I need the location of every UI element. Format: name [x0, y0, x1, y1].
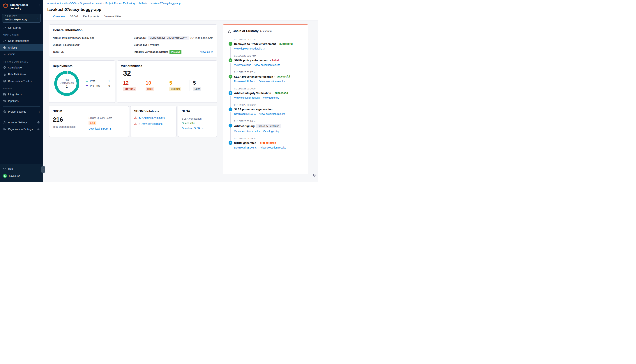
- severity-medium: 5 MEDIUM: [166, 80, 190, 91]
- integrations-icon: [3, 93, 6, 96]
- view-execution-results-link[interactable]: View execution results: [259, 80, 285, 83]
- breadcrumb-project[interactable]: Project: Product Exploratory: [106, 2, 135, 4]
- chevron-right-icon: ›: [37, 16, 38, 20]
- view-execution-results-link[interactable]: View execution results: [234, 130, 260, 133]
- sbom-total-dependencies: 216: [53, 116, 88, 123]
- legend-label: Prod: [90, 80, 96, 82]
- repository-icon: [3, 40, 6, 42]
- chain-of-custody-panel: Chain of Custody (7 events) 01/16/2025 0…: [223, 24, 308, 174]
- artifact-tags: v5: [61, 50, 64, 53]
- sidebar-item-integrations[interactable]: Integrations: [0, 91, 43, 98]
- sidebar-item-cicd[interactable]: ∞ CI/CD: [0, 51, 43, 58]
- tab-deployments[interactable]: Deployments: [83, 15, 100, 20]
- hexagon-icon: [3, 80, 6, 83]
- legend-label: Pre Prod: [90, 84, 100, 87]
- sidebar-divider: [3, 117, 40, 117]
- view-execution-results-link[interactable]: View execution results: [234, 96, 260, 99]
- sidebar-item-help[interactable]: Help: [0, 165, 43, 172]
- sidebar-item-label: Compliance: [8, 66, 22, 69]
- sidebar-section-supply-chain: SUPPLY CHAIN: [0, 31, 43, 38]
- sidebar-item-label: Project Settings: [8, 110, 26, 113]
- user-menu[interactable]: L Lavakush: [0, 172, 43, 180]
- sidebar-item-label: Help: [8, 167, 14, 170]
- download-icon: [254, 113, 256, 115]
- vulnerabilities-card: Vulnerabilities 32 12 CRITICAL 10 HIGH 5: [117, 60, 217, 103]
- pipeline-event-icon: [228, 42, 232, 46]
- event-timestamp: 01/16/2025 03:26pm: [234, 87, 304, 90]
- deployments-donut-chart: Total Deployments 1: [54, 71, 79, 96]
- sbom-violations-card: SBOM Violations 637 Allow list Violation…: [130, 106, 176, 137]
- main-area: Account: Automation-SSCA › Organization:…: [43, 0, 318, 182]
- high-label: HIGH: [146, 87, 154, 91]
- legend-item-prod: Prod 1: [86, 80, 110, 82]
- pipeline-event-icon: [228, 75, 232, 78]
- sidebar-item-get-started[interactable]: Get Started: [0, 24, 43, 31]
- project-name: Product Exploratory: [4, 18, 37, 21]
- help-chat-fab-icon[interactable]: [313, 174, 317, 178]
- view-execution-results-link[interactable]: View execution results: [254, 64, 280, 66]
- status-separator: -: [258, 141, 258, 144]
- view-deployment-details-link[interactable]: View deployment details: [234, 47, 265, 50]
- scan-event-icon: [228, 91, 232, 95]
- page-title: lavakush07/easy-buggy-app: [47, 7, 314, 12]
- sidebar-collapse-handle[interactable]: ‹: [41, 166, 45, 173]
- view-violations-link[interactable]: View violations: [234, 64, 251, 66]
- allow-list-violations-link[interactable]: 637 Allow list Violations: [138, 116, 165, 119]
- sidebar-item-organization-settings[interactable]: Organization Settings: [0, 126, 43, 133]
- breadcrumb-current[interactable]: lavakush07/easy-buggy-app: [150, 2, 180, 4]
- donut-total-value: 1: [66, 85, 68, 88]
- legend-value: 0: [108, 84, 110, 87]
- avatar: L: [3, 174, 7, 178]
- sidebar-section-manage: MANAGE: [0, 85, 43, 91]
- tab-vulnerabilities[interactable]: Vulnerabilities: [104, 15, 122, 20]
- chain-of-custody-title: Chain of Custody: [232, 29, 258, 33]
- custody-timeline: 01/16/2025 03:27pm Deployed to Prod2 env…: [223, 38, 304, 149]
- sidebar-item-project-settings[interactable]: Project Settings ›: [0, 108, 43, 115]
- event-title: Artifact Integrity Verification: [234, 92, 271, 94]
- info-icon: [37, 128, 40, 131]
- tab-sbom[interactable]: SBOM: [70, 15, 78, 20]
- prod-swatch: [86, 80, 88, 82]
- sidebar-item-artifacts[interactable]: Artifacts: [0, 44, 43, 51]
- sidebar-item-rule-definitions[interactable]: Rule Definitions: [0, 71, 43, 78]
- view-execution-results-link[interactable]: View execution results: [260, 146, 286, 149]
- download-slsa-link[interactable]: Download SLSA: [234, 80, 256, 83]
- sidebar-item-account-settings[interactable]: Account Settings: [0, 119, 43, 126]
- breadcrumb-organization[interactable]: Organization: default: [80, 2, 102, 4]
- sidebar-item-remediation-tracker[interactable]: Remediation Tracker: [0, 78, 43, 85]
- signature-timestamp: 01/16/2025 03:26pm: [190, 36, 213, 40]
- pipelines-icon: [3, 100, 6, 103]
- view-log-entry-link[interactable]: View log entry: [263, 130, 279, 133]
- sidebar-item-pipelines[interactable]: Pipelines: [0, 98, 43, 104]
- sidebar-item-label: Remediation Tracker: [8, 80, 32, 83]
- breadcrumb-artifacts[interactable]: Artifacts: [138, 2, 147, 4]
- custody-event-integrity-verification: 01/16/2025 03:26pm Artifact Integrity Ve…: [223, 87, 304, 99]
- breadcrumb-separator: ›: [136, 2, 137, 4]
- artifacts-icon: [3, 46, 6, 49]
- event-title: SLSA provenance generation: [234, 108, 272, 111]
- view-log-entry-link[interactable]: View log entry: [263, 96, 279, 99]
- download-sbom-link[interactable]: Download SBOM: [88, 127, 112, 130]
- download-slsa-link[interactable]: Download SLSA: [182, 127, 204, 130]
- sidebar-item-compliance[interactable]: Compliance: [0, 64, 43, 71]
- name-label: Name:: [53, 36, 61, 40]
- deny-list-violations-link[interactable]: 2 Deny list Violations: [138, 122, 162, 125]
- view-execution-results-link[interactable]: View execution results: [259, 112, 285, 116]
- sidebar-item-code-repositories[interactable]: Code Repositories: [0, 38, 43, 44]
- rocket-icon: [3, 26, 6, 30]
- download-icon: [202, 127, 204, 130]
- download-slsa-link[interactable]: Download SLSA: [234, 112, 256, 116]
- breadcrumb-account[interactable]: Account: Automation-SSCA: [47, 2, 76, 4]
- tab-overview[interactable]: Overview: [53, 15, 65, 20]
- help-chat-icon: [3, 167, 6, 170]
- project-selector[interactable]: PROJECT Product Exploratory ›: [2, 14, 41, 23]
- signed-by-badge: Signed by Lavakush: [256, 124, 281, 128]
- sidebar-section-risk-compliance: RISK AND COMPLIANCE: [0, 58, 43, 64]
- app-grid-icon[interactable]: [38, 3, 40, 6]
- custody-event-slsa-generation: 01/16/2025 03:26pm SLSA provenance gener…: [223, 104, 304, 116]
- download-sbom-link[interactable]: Download SBOM: [234, 146, 257, 149]
- view-log-link[interactable]: View log: [200, 50, 213, 53]
- preprod-swatch: [86, 86, 88, 86]
- card-title: SLSA: [182, 110, 213, 113]
- external-link-icon: [211, 51, 213, 53]
